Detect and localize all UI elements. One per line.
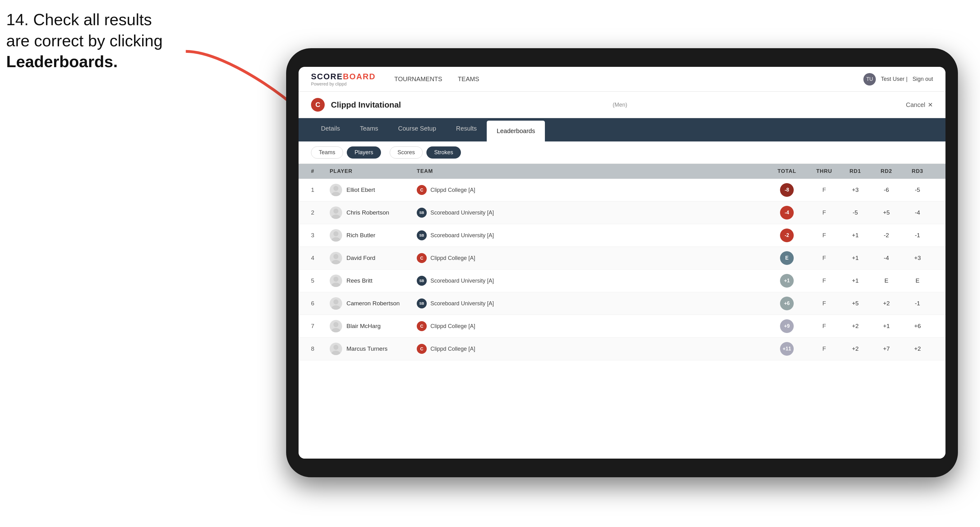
score-badge: -4 <box>780 206 794 219</box>
rd3-value: -4 <box>902 209 933 216</box>
svg-point-4 <box>331 214 340 219</box>
score-badge: +9 <box>780 319 794 333</box>
rd2-value: +2 <box>871 300 902 307</box>
rd2-value: +1 <box>871 323 902 330</box>
table-row: 6 Cameron Robertson SB Scoreboard Univer… <box>299 292 945 315</box>
player-name: Rees Britt <box>347 277 372 284</box>
thru-value: F <box>809 345 840 352</box>
team-cell: SB Scoreboard University [A] <box>417 208 765 217</box>
player-avatar <box>330 297 342 310</box>
svg-point-7 <box>333 254 338 259</box>
nav-teams[interactable]: TEAMS <box>458 73 479 85</box>
thru-value: F <box>809 255 840 262</box>
cancel-button[interactable]: Cancel ✕ <box>906 101 933 108</box>
rd1-value: +1 <box>840 277 871 284</box>
player-avatar <box>330 184 342 196</box>
tab-course-setup[interactable]: Course Setup <box>388 118 446 141</box>
nav-user-area: TU Test User | Sign out <box>863 73 933 86</box>
svg-point-15 <box>333 345 338 350</box>
player-name: Rich Butler <box>347 232 375 239</box>
team-cell: C Clippd College [A] <box>417 321 765 331</box>
table-row: 5 Rees Britt SB Scoreboard University [A… <box>299 270 945 292</box>
team-logo: SB <box>417 208 427 217</box>
rd3-value: +2 <box>902 345 933 352</box>
team-name: Clippd College [A] <box>430 187 475 194</box>
table-row: 2 Chris Robertson SB Scoreboard Universi… <box>299 202 945 224</box>
svg-point-12 <box>331 305 340 310</box>
sign-out-link[interactable]: Sign out <box>913 76 933 83</box>
header-pos: # <box>311 168 330 175</box>
player-cell: David Ford <box>330 252 417 264</box>
player-name: Elliot Ebert <box>347 187 375 194</box>
user-avatar: TU <box>863 73 876 86</box>
team-name: Scoreboard University [A] <box>430 278 494 284</box>
nav-tournaments[interactable]: TOURNAMENTS <box>395 73 442 85</box>
svg-point-6 <box>331 237 340 241</box>
team-logo: C <box>417 185 427 195</box>
rd2-value: +5 <box>871 209 902 216</box>
team-logo: C <box>417 253 427 263</box>
table-row: 4 David Ford C Clippd College [A] E F +1… <box>299 247 945 270</box>
player-cell: Chris Robertson <box>330 206 417 219</box>
filter-strokes[interactable]: Strokes <box>426 146 461 159</box>
team-name: Scoreboard University [A] <box>430 300 494 307</box>
table-row: 7 Blair McHarg C Clippd College [A] +9 F… <box>299 315 945 338</box>
header-team: TEAM <box>417 168 765 175</box>
svg-point-16 <box>331 351 340 355</box>
tablet-screen: SCOREBOARD Powered by clippd TOURNAMENTS… <box>299 67 945 459</box>
team-logo: C <box>417 321 427 331</box>
player-name: Marcus Turners <box>347 345 388 352</box>
svg-point-2 <box>331 192 340 196</box>
team-cell: SB Scoreboard University [A] <box>417 298 765 308</box>
logo-area: SCOREBOARD Powered by clippd <box>311 72 376 86</box>
player-name: Cameron Robertson <box>347 300 400 307</box>
rd1-value: +1 <box>840 232 871 239</box>
rd1-value: +1 <box>840 255 871 262</box>
header-rd2: RD2 <box>871 168 902 175</box>
team-logo: SB <box>417 230 427 240</box>
header-rd1: RD1 <box>840 168 871 175</box>
svg-point-11 <box>333 299 338 305</box>
rd3-value: +3 <box>902 255 933 262</box>
score-badge: -8 <box>780 183 794 197</box>
team-name: Clippd College [A] <box>430 346 475 352</box>
row-position: 3 <box>311 232 330 239</box>
nav-links: TOURNAMENTS TEAMS <box>395 73 863 85</box>
team-logo: SB <box>417 298 427 308</box>
tab-results[interactable]: Results <box>446 118 487 141</box>
svg-point-10 <box>331 283 340 287</box>
team-logo: SB <box>417 276 427 286</box>
rd1-value: +5 <box>840 300 871 307</box>
rd2-value: -6 <box>871 187 902 194</box>
total-cell: -8 <box>765 183 809 197</box>
svg-point-14 <box>331 328 340 332</box>
team-cell: C Clippd College [A] <box>417 344 765 354</box>
team-cell: SB Scoreboard University [A] <box>417 276 765 286</box>
table-row: 8 Marcus Turners C Clippd College [A] +1… <box>299 338 945 360</box>
total-cell: -2 <box>765 229 809 242</box>
svg-point-5 <box>333 231 338 236</box>
score-badge: E <box>780 251 794 265</box>
filter-scores[interactable]: Scores <box>390 146 423 159</box>
team-name: Scoreboard University [A] <box>430 210 494 216</box>
tab-details[interactable]: Details <box>311 118 350 141</box>
score-badge: +6 <box>780 297 794 310</box>
table-header: # PLAYER TEAM TOTAL THRU RD1 RD2 RD3 <box>299 164 945 179</box>
svg-point-13 <box>333 322 338 327</box>
tab-teams[interactable]: Teams <box>350 118 388 141</box>
total-cell: -4 <box>765 206 809 219</box>
rd3-value: E <box>902 277 933 284</box>
thru-value: F <box>809 232 840 239</box>
player-cell: Elliot Ebert <box>330 184 417 196</box>
logo: SCOREBOARD <box>311 72 376 81</box>
rd1-value: +2 <box>840 345 871 352</box>
thru-value: F <box>809 187 840 194</box>
team-cell: C Clippd College [A] <box>417 185 765 195</box>
rd2-value: -2 <box>871 232 902 239</box>
logo-subtitle: Powered by clippd <box>311 81 376 86</box>
filter-teams[interactable]: Teams <box>311 146 343 159</box>
tab-leaderboards[interactable]: Leaderboards <box>487 121 545 141</box>
svg-point-8 <box>331 260 340 264</box>
rd2-value: +7 <box>871 345 902 352</box>
filter-players[interactable]: Players <box>347 146 381 159</box>
